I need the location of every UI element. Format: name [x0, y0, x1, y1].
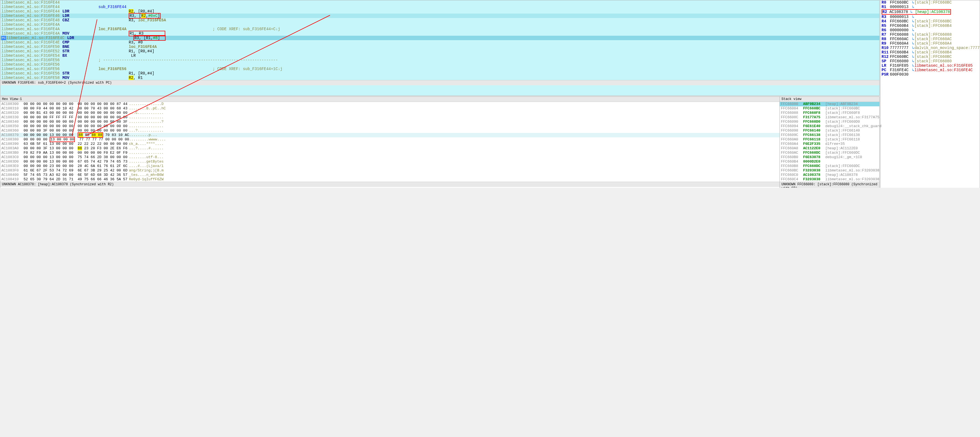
register-row[interactable]: R9 FFC660A4 ↳ [stack]:FFC660A4	[880, 41, 980, 46]
disasm-line[interactable]: libmetasec_ml.so:F316FE4A MOV R1, R3	[0, 31, 879, 36]
hex-line[interactable]: AC108360 00 00 80 3F 00 00 00 00 00 00 0…	[0, 128, 780, 133]
register-row[interactable]: R8 FFC660AC ↳ [stack]:FFC660AC	[880, 37, 980, 41]
disasm-line[interactable]: PC libmetasec_ml.so:F316FE4C LDR R3, [R1…	[0, 36, 879, 40]
stack-val: F6E61E40	[803, 124, 825, 128]
stack-val: 0000D2E0	[803, 160, 825, 164]
disasm-line[interactable]: libmetasec_ml.so:F316FE44	[0, 0, 879, 5]
disasm-line[interactable]: libmetasec_ml.so:F316FE56	[0, 62, 879, 67]
stack-view[interactable]: Stack view FFC66080 ABF9B234 [heap]:ABF9…	[780, 97, 879, 188]
stack-line[interactable]: FFC66094 F6E61E40 debug124:__stack_chk_g…	[780, 124, 879, 128]
disasm-line[interactable]: libmetasec_ml.so:F316FE58 MOV R2, R1	[0, 76, 879, 80]
register-row[interactable]: R0 FFC660BC ↳ [stack]:FFC660BC	[880, 0, 980, 5]
disasm-line[interactable]: libmetasec_ml.so:F316FE46 LDR R3, [R2,#0…	[0, 14, 879, 18]
hex-addr: AC108360	[2, 128, 24, 133]
register-row[interactable]: R11 FFC660B4 ↳ [stack]:FFC660B4	[880, 50, 980, 55]
hex-line[interactable]: AC1083E0 00 00 00 00 23 00 00 00 28 4C 6…	[0, 164, 780, 168]
stack-line[interactable]: FFC660AC FFC660DC [stack]:FFC660DC	[780, 150, 879, 155]
deref-icon: ↳	[912, 68, 914, 72]
hex-view[interactable]: Hex View-1 AC108300 00 00 00 00 00 00 00…	[0, 97, 780, 188]
stack-line[interactable]: FFC660B8 FFC660DC [stack]:FFC660DC	[780, 164, 879, 168]
hex-line[interactable]: AC108370 00 00 00 00 13 00 00 00 88 88 8…	[0, 133, 780, 137]
disasm-line[interactable]: libmetasec_ml.so:F316FE56 STR R1, [R0,#4…	[0, 71, 879, 76]
stack-line[interactable]: FFC660B4 0000D2E0	[780, 160, 879, 164]
stack-line[interactable]: FFC660A8 AC1122E0 [heap]:AC1122E0	[780, 146, 879, 150]
operands: R2, R1	[99, 76, 878, 80]
hex-line[interactable]: AC108320 00 00 B1 43 00 00 00 00 00 00 0…	[0, 111, 780, 115]
stack-val: FFC66140	[803, 128, 825, 133]
register-row[interactable]: R2 AC108378 ↳ [heap]:AC108378	[880, 9, 980, 15]
register-row[interactable]: R1 00000013 ↳	[880, 5, 980, 9]
disasm-line[interactable]: libmetasec_ml.so:F316FE48 CBZ R3, loc_F3…	[0, 18, 879, 22]
hex-line[interactable]: AC1083D0 00 00 00 00 13 00 00 00 67 65 7…	[0, 160, 780, 164]
stack-addr: FFC6609C	[781, 133, 803, 137]
disasm-line[interactable]: libmetasec_ml.so:F316FE4A	[0, 22, 879, 27]
disasm-line[interactable]: libmetasec_ml.so:F316FE44 sub_F316FE44	[0, 5, 879, 9]
stack-line[interactable]: FFC66088 FFC660F8 [stack]:FFC660F8	[780, 111, 879, 115]
hex-line[interactable]: AC108390 63 6B 5F 61 13 00 00 00 22 22 2…	[0, 142, 780, 146]
operands: ; --------------------------------------…	[99, 58, 878, 62]
registers-view[interactable]: R0 FFC660BC ↳ [stack]:FFC660BCR1 0000001…	[880, 0, 980, 188]
hex-line[interactable]: AC1083B0 F0 82 F9 AA 13 00 00 00 00 00 0…	[0, 150, 780, 155]
operands: R2, [R0,#4]	[99, 9, 878, 14]
disasm-line[interactable]: libmetasec_ml.so:F316FE56 loc_F316FE56 ;…	[0, 67, 879, 71]
stack-val: FFC660D0	[803, 120, 825, 124]
stack-line[interactable]: FFC660BC F3203038 libmetasec_ml.so:F3203…	[780, 168, 879, 173]
reg-name: R6	[881, 28, 890, 32]
register-row[interactable]: R6 00000000 ↳	[880, 28, 980, 32]
hex-ascii: Re0yd-1qIuffF6ZW	[129, 177, 164, 182]
register-row[interactable]: R12 FFC660BC ↳ [stack]:FFC660BC	[880, 55, 980, 59]
hex-line[interactable]: AC108340 00 00 00 00 00 00 00 00 00 00 0…	[0, 120, 780, 124]
register-row[interactable]: R7 FFC66088 ↳ [stack]:FFC66088	[880, 32, 980, 37]
stack-line[interactable]: FFC66084 FFC660BC [stack]:FFC660BC	[780, 106, 879, 111]
hex-line[interactable]: AC1083C0 00 00 00 00 13 00 00 00 75 74 6…	[0, 155, 780, 160]
stack-addr: FFC660B4	[781, 160, 803, 164]
hex-line[interactable]: AC1083A0 00 00 80 3F 13 00 00 00 88 23 2…	[0, 146, 780, 150]
reg-desc: [stack]:FFC660BC	[914, 55, 951, 59]
stack-line[interactable]: FFC660B0 F6E63078 debug124:_gm_+1C0	[780, 155, 879, 160]
stack-line[interactable]: FFC660A4 F6E2F335 dlfree+35	[780, 142, 879, 146]
disasm-line[interactable]: libmetasec_ml.so:F316FE50 BNE loc_F316FE…	[0, 44, 879, 49]
hex-line[interactable]: AC108410 52 65 30 79 64 2D 31 71 49 75 6…	[0, 177, 780, 182]
register-row[interactable]: R4 FFC660BC ↳ [stack]:FFC660BC	[880, 19, 980, 24]
stack-line[interactable]: FFC6608C F3177A75 libmetasec_ml.so:F3177…	[780, 115, 879, 120]
hex-line[interactable]: AC108350 00 00 00 00 00 00 00 00 00 00 0…	[0, 124, 780, 128]
hex-bytes: 00 00 00 00 13 00 00 00 88 88 88 88 70 8…	[24, 133, 129, 137]
register-row[interactable]: R10 77777777 ↳ dalvik_non_moving_space:7…	[880, 46, 980, 50]
stack-line[interactable]: FFC66080 ABF9B234 [heap]:ABF9B234	[780, 102, 879, 106]
register-row[interactable]: PC F316FE4C ↳ libmetasec_ml.so:F316FE4C	[880, 68, 980, 72]
stack-line[interactable]: FFC6609C FFC66138 [stack]:FFC66138	[780, 133, 879, 137]
deref-icon: ↳	[912, 46, 914, 50]
register-row[interactable]: R3 00000013 ↳	[880, 15, 980, 19]
register-row[interactable]: SP FFC66080 ↳ [stack]:FFC66080	[880, 59, 980, 63]
disassembly-view[interactable]: libmetasec_ml.so:F316FE44 libmetasec_ml.…	[0, 0, 880, 96]
reg-desc: [stack]:FFC660BC	[914, 19, 951, 24]
register-row[interactable]: R5 FFC660B4 ↳ [stack]:FFC660B4	[880, 24, 980, 28]
hex-line[interactable]: AC1083F0 61 6E 67 2F 53 74 72 69 6E 67 3…	[0, 168, 780, 173]
stack-desc: debug124:__stack_chk_guard	[825, 124, 881, 128]
disasm-line[interactable]: libmetasec_ml.so:F316FE54 BX LR	[0, 54, 879, 58]
hex-line[interactable]: AC108400 5F 74 65 73 A3 02 00 00 6E 5F 6…	[0, 173, 780, 177]
register-row[interactable]: LR F316FE05 ↳ libmetasec_ml.so:F316FE05	[880, 63, 980, 68]
disasm-line[interactable]: libmetasec_ml.so:F316FE52 STR R1, [R0,#4…	[0, 49, 879, 54]
mnemonic	[62, 0, 99, 5]
hex-line[interactable]: AC108330 00 00 00 00 FF FF FF FF 00 00 0…	[0, 115, 780, 120]
hex-line[interactable]: AC108300 00 00 00 00 00 00 00 00 00 00 0…	[0, 102, 780, 106]
stack-desc: [stack]:FFC66138	[825, 133, 860, 137]
register-row[interactable]: PSR 600F0030	[880, 72, 980, 77]
stack-line[interactable]: FFC660C4 F3203038 libmetasec_ml.so:F3203…	[780, 177, 879, 182]
hex-ascii: ................	[129, 115, 164, 120]
stack-line[interactable]: FFC66090 FFC660D0 [stack]:FFC660D0	[780, 120, 879, 124]
hex-bytes: 00 00 80 3F 13 00 00 00 88 23 20 F3 00 2…	[24, 146, 129, 150]
hex-line[interactable]: AC108380 00 00 00 00 13 00 00 00 77 77 7…	[0, 137, 780, 142]
disasm-line[interactable]: libmetasec_ml.so:F316FE56 ; ------------…	[0, 58, 879, 62]
reg-value: 77777777	[890, 46, 912, 50]
operands: loc_F316FE4A ; CODE XREF: sub_F316FE44+C…	[99, 27, 878, 31]
hex-line[interactable]: AC108310 00 00 F0 44 00 00 10 42 00 00 7…	[0, 106, 780, 111]
reg-value: FFC66088	[890, 32, 912, 37]
stack-line[interactable]: FFC66098 FFC66140 [stack]:FFC66140	[780, 128, 879, 133]
reg-value: FFC660A4	[890, 41, 912, 46]
disasm-line[interactable]: libmetasec_ml.so:F316FE4E CMP R3, #0	[0, 40, 879, 44]
stack-line[interactable]: FFC660C0 AC108378 [heap]:AC108378	[780, 173, 879, 177]
reg-desc: libmetasec_ml.so:F316FE4C	[914, 68, 972, 72]
stack-line[interactable]: FFC660A0 FFC66118 [stack]:FFC66118	[780, 137, 879, 142]
